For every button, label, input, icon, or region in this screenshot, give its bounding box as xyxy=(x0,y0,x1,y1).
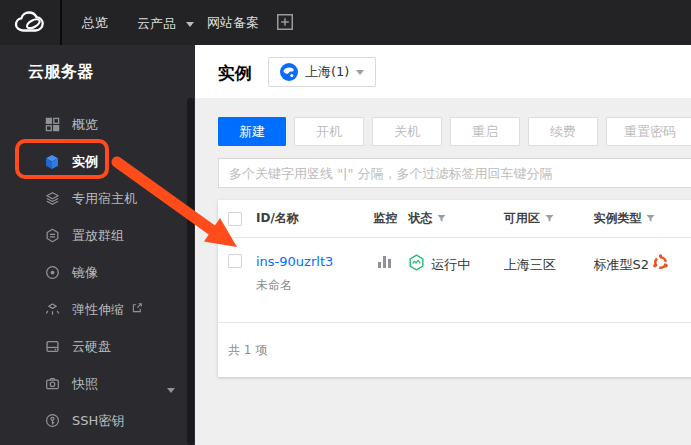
zone-text: 上海三区 xyxy=(504,257,556,272)
sidebar-item-dedicated-hosts[interactable]: 专用宿主机 xyxy=(0,180,195,217)
nav-overview[interactable]: 总览 xyxy=(82,0,108,45)
sidebar-item-placement-groups[interactable]: 置放群组 xyxy=(0,217,195,254)
region-selector[interactable]: 上海(1) xyxy=(268,57,376,87)
image-disc-icon xyxy=(44,265,60,281)
type-filter-icon[interactable] xyxy=(646,214,655,223)
sidebar: 云服务器 概览 实例 xyxy=(0,45,195,445)
auto-scaling-icon xyxy=(44,302,60,318)
cloud-logo-icon xyxy=(13,10,47,35)
ssh-key-icon xyxy=(44,413,60,429)
monitoring-chart-icon[interactable] xyxy=(377,254,393,273)
sidebar-item-snapshots[interactable]: 快照 xyxy=(0,365,195,402)
table-footer-count: 共 1 项 xyxy=(218,323,691,377)
table-row: ins-90uzrlt3 未命名 xyxy=(218,238,691,323)
globe-icon xyxy=(280,63,298,81)
instance-id-link[interactable]: ins-90uzrlt3 xyxy=(256,254,374,269)
add-shortcut-icon[interactable] xyxy=(277,14,293,30)
instance-name: 未命名 xyxy=(256,277,374,294)
page-header: 实例 上海(1) xyxy=(195,45,691,98)
sidebar-item-label: 专用宿主机 xyxy=(72,190,137,208)
camera-icon xyxy=(44,376,60,392)
nav-cloud-products[interactable]: 云产品 xyxy=(137,0,194,45)
nav-overview-label: 总览 xyxy=(82,15,108,30)
chevron-down-icon[interactable] xyxy=(167,381,175,396)
power-off-button[interactable]: 关机 xyxy=(372,117,442,146)
placement-group-icon xyxy=(44,228,60,244)
sidebar-item-overview[interactable]: 概览 xyxy=(0,106,195,143)
chevron-down-icon xyxy=(186,0,194,45)
instance-table: ID/名称 监控 状态 可用区 实例类型 xyxy=(218,200,691,377)
nav-icp-filing[interactable]: 网站备案 xyxy=(207,0,259,45)
create-button[interactable]: 新建 xyxy=(218,117,286,146)
instance-cube-icon xyxy=(44,154,60,170)
renew-button[interactable]: 续费 xyxy=(528,117,598,146)
toolbar: 新建 开机 关机 重启 续费 重置密码 xyxy=(218,117,691,146)
column-instance-type: 实例类型 xyxy=(593,210,641,227)
select-all-checkbox[interactable] xyxy=(228,212,242,226)
sidebar-item-images[interactable]: 镜像 xyxy=(0,254,195,291)
nav-icp-filing-label: 网站备案 xyxy=(207,15,259,30)
layers-icon xyxy=(44,191,60,207)
sidebar-item-ssh-keys[interactable]: SSH密钥 xyxy=(0,402,195,439)
search-input[interactable] xyxy=(219,159,691,187)
table-header: ID/名称 监控 状态 可用区 实例类型 xyxy=(218,200,691,238)
top-navbar: 总览 云产品 网站备案 xyxy=(0,0,691,45)
sidebar-item-label: 实例 xyxy=(72,153,98,171)
search-bar xyxy=(218,158,691,188)
sidebar-menu: 概览 实例 专用宿主机 xyxy=(0,106,195,439)
status-filter-icon[interactable] xyxy=(437,214,446,223)
sidebar-item-label: 云硬盘 xyxy=(72,338,111,356)
disk-icon xyxy=(44,339,60,355)
sidebar-item-label: 快照 xyxy=(72,375,98,393)
page-title: 实例 xyxy=(218,62,252,85)
power-on-button[interactable]: 开机 xyxy=(294,117,364,146)
row-checkbox[interactable] xyxy=(228,254,242,268)
tencent-cloud-logo[interactable] xyxy=(0,0,62,45)
sidebar-item-label: 概览 xyxy=(72,116,98,134)
chevron-down-icon xyxy=(356,70,364,75)
instance-type-text: 标准型S2 xyxy=(593,256,649,274)
sidebar-item-instances[interactable]: 实例 xyxy=(0,143,195,180)
external-link-icon xyxy=(131,302,143,317)
status-text: 运行中 xyxy=(431,256,470,274)
sidebar-item-auto-scaling[interactable]: 弹性伸缩 xyxy=(0,291,195,328)
column-id-name: ID/名称 xyxy=(256,210,299,227)
overview-grid-icon xyxy=(44,117,60,133)
content-area: 新建 开机 关机 重启 续费 重置密码 ID/名称 监控 状态 xyxy=(195,98,691,445)
region-label: 上海(1) xyxy=(305,63,349,81)
sidebar-item-label: 置放群组 xyxy=(72,227,124,245)
reset-password-button[interactable]: 重置密码 xyxy=(606,117,691,146)
sidebar-item-cloud-disks[interactable]: 云硬盘 xyxy=(0,328,195,365)
nav-cloud-products-label: 云产品 xyxy=(137,16,176,31)
ubuntu-icon xyxy=(652,254,669,275)
status-running-icon xyxy=(408,254,425,275)
tencent-cloud-console: 总览 云产品 网站备案 云服务器 xyxy=(0,0,691,445)
restart-button[interactable]: 重启 xyxy=(450,117,520,146)
sidebar-item-label: 弹性伸缩 xyxy=(72,301,124,319)
zone-filter-icon[interactable] xyxy=(545,214,554,223)
sidebar-item-label: SSH密钥 xyxy=(72,412,124,430)
sidebar-item-label: 镜像 xyxy=(72,264,98,282)
sidebar-scrollbar[interactable] xyxy=(187,98,194,445)
product-title: 云服务器 xyxy=(28,62,195,83)
column-monitoring: 监控 xyxy=(374,210,398,227)
column-status: 状态 xyxy=(408,210,432,227)
column-zone: 可用区 xyxy=(504,210,540,227)
